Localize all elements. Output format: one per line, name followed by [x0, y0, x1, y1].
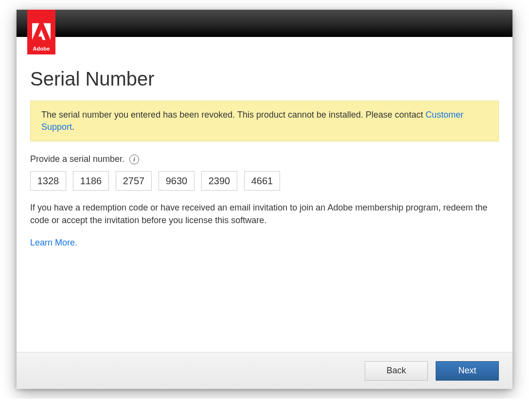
serial-prompt-label: Provide a serial number.	[30, 154, 124, 164]
redemption-info-text: If you have a redemption code or have re…	[30, 201, 497, 227]
titlebar: Adobe	[17, 10, 512, 37]
adobe-logo-icon	[32, 22, 51, 41]
next-button[interactable]: Next	[436, 361, 499, 381]
page-title: Serial Number	[30, 68, 499, 90]
adobe-logo-tag: Adobe	[27, 10, 55, 54]
serial-field-5[interactable]	[201, 171, 237, 191]
serial-field-6[interactable]	[244, 171, 280, 191]
serial-input-row	[30, 171, 499, 191]
serial-field-3[interactable]	[116, 171, 152, 191]
serial-field-4[interactable]	[159, 171, 194, 191]
serial-field-2[interactable]	[73, 171, 109, 191]
back-button[interactable]: Back	[365, 361, 428, 381]
serial-prompt-row: Provide a serial number. i	[30, 154, 499, 164]
adobe-logo-label: Adobe	[33, 46, 50, 52]
warning-text-after: .	[72, 122, 74, 132]
installer-window: Adobe Serial Number The serial number yo…	[17, 10, 512, 389]
warning-text-before: The serial number you entered has been r…	[41, 110, 425, 120]
info-icon[interactable]: i	[129, 155, 139, 164]
learn-more-link[interactable]: Learn More.	[30, 238, 77, 248]
content-area: Serial Number The serial number you ente…	[17, 37, 512, 352]
serial-field-1[interactable]	[30, 171, 66, 191]
warning-banner: The serial number you entered has been r…	[30, 101, 499, 141]
footer-bar: Back Next	[17, 352, 512, 389]
